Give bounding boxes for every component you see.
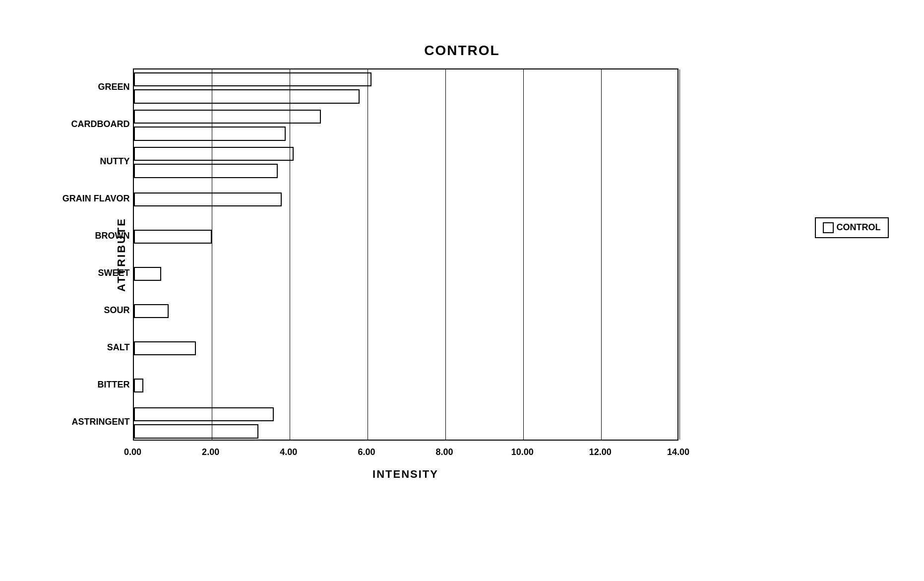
chart-title: CONTROL	[115, 43, 809, 59]
x-tick-label: 6.00	[358, 447, 375, 457]
bar	[134, 89, 360, 104]
bar-label: GRAIN FLAVOR	[62, 194, 130, 204]
bar	[134, 230, 212, 244]
bar-label: SOUR	[104, 305, 129, 316]
bar-label: BROWN	[95, 231, 130, 241]
bar-label: BITTER	[98, 380, 130, 390]
bars-grid: GREENCARDBOARDNUTTYGRAIN FLAVORBROWNSWEE…	[133, 68, 678, 441]
bar	[134, 267, 161, 281]
x-axis-label: INTENSITY	[133, 468, 678, 481]
grid-line	[290, 69, 290, 440]
x-tick-label: 12.00	[589, 447, 612, 457]
bar-label: SALT	[107, 342, 130, 353]
bar-label: SWEET	[98, 268, 129, 278]
x-tick-label: 10.00	[511, 447, 534, 457]
grid-line	[523, 69, 524, 440]
x-tick-label: 4.00	[280, 447, 297, 457]
bar	[134, 193, 282, 207]
grid-line	[601, 69, 602, 440]
grid-line	[445, 69, 446, 440]
bar	[134, 424, 258, 439]
bar-label: GREEN	[98, 82, 129, 92]
x-tick-label: 8.00	[436, 447, 453, 457]
legend: CONTROL	[815, 217, 889, 238]
x-tick-label: 14.00	[667, 447, 689, 457]
chart-container: CONTROL ATTRIBUTE GREENCARDBOARDNUTTYGRA…	[115, 43, 809, 539]
bar	[134, 110, 321, 124]
bar-label: NUTTY	[100, 156, 130, 167]
bar	[134, 72, 371, 87]
bar-label: CARDBOARD	[71, 119, 130, 129]
bar	[134, 147, 294, 161]
grid-line	[368, 69, 368, 440]
legend-icon	[823, 222, 834, 233]
x-tick-label: 0.00	[124, 447, 141, 457]
bar	[134, 304, 169, 319]
bar	[134, 407, 274, 422]
bar	[134, 341, 196, 356]
legend-label: CONTROL	[837, 222, 881, 233]
chart-area: GREENCARDBOARDNUTTYGRAIN FLAVORBROWNSWEE…	[133, 68, 809, 481]
bar	[134, 164, 278, 178]
bar-label: ASTRINGENT	[72, 417, 130, 427]
bar	[134, 127, 286, 141]
x-tick-label: 2.00	[202, 447, 219, 457]
grid-line	[679, 69, 680, 440]
grid-line	[212, 69, 212, 440]
bar	[134, 379, 144, 393]
